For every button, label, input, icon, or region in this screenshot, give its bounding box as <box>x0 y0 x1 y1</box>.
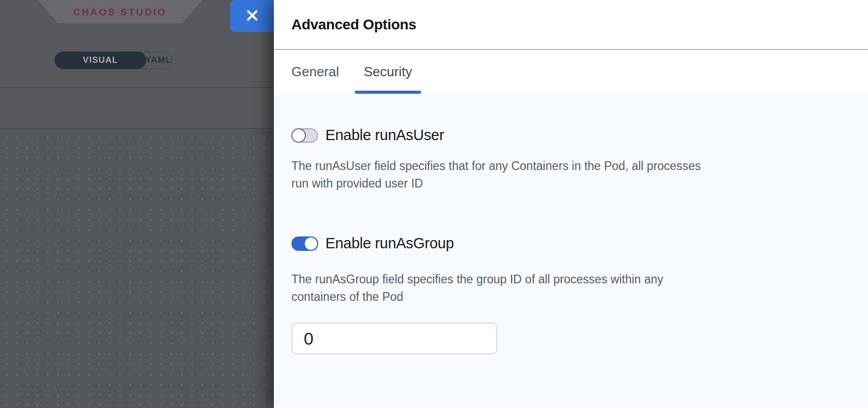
visual-view-button[interactable]: VISUAL <box>55 52 146 69</box>
yaml-view-button[interactable]: YAML <box>145 53 171 68</box>
run-as-group-description: The runAsGroup field specifies the group… <box>291 270 811 305</box>
active-tab-underline <box>355 91 422 94</box>
run-as-group-label: Enable runAsGroup <box>325 235 454 252</box>
run-as-group-value-input[interactable] <box>291 322 497 354</box>
security-tab-content: Enable runAsUser The runAsUser field spe… <box>274 94 868 408</box>
drawer-tabs: General Security <box>274 50 868 94</box>
tab-security[interactable]: Security <box>364 50 412 94</box>
dimmed-editor-backdrop: CHAOS STUDIO VISUAL YAML <box>0 0 274 408</box>
brand-title: CHAOS STUDIO <box>73 6 167 18</box>
chaos-studio-banner: CHAOS STUDIO <box>38 0 202 23</box>
close-drawer-button[interactable] <box>230 0 274 32</box>
dot-grid-canvas <box>0 128 274 408</box>
toolbar-divider <box>0 87 274 88</box>
run-as-user-row: Enable runAsUser <box>291 127 850 144</box>
chaos-studio-screen: CHAOS STUDIO VISUAL YAML Advanced Option… <box>0 0 868 408</box>
visual-yaml-toggle: VISUAL YAML <box>55 52 172 69</box>
advanced-options-drawer: Advanced Options General Security Enable… <box>274 0 868 408</box>
run-as-user-label: Enable runAsUser <box>325 127 444 144</box>
tab-general[interactable]: General <box>291 50 339 94</box>
toggle-knob <box>291 128 306 143</box>
toggle-knob <box>304 236 318 251</box>
close-icon <box>246 9 259 24</box>
run-as-user-description: The runAsUser field specifies that for a… <box>291 157 811 192</box>
run-as-group-toggle[interactable] <box>291 236 318 251</box>
run-as-group-row: Enable runAsGroup <box>291 235 850 252</box>
run-as-user-toggle[interactable] <box>291 128 318 143</box>
drawer-header: Advanced Options <box>274 0 868 50</box>
drawer-title: Advanced Options <box>291 16 416 33</box>
